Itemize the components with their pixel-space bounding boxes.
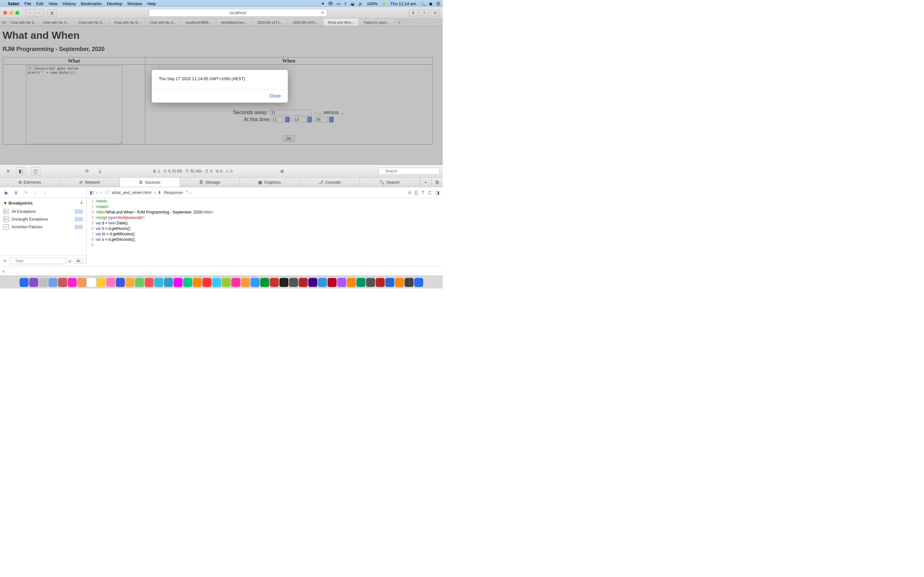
address-bar[interactable]: localhost ⟳ [149, 9, 327, 17]
toggle-breakpoints-button[interactable]: ▶ [3, 190, 10, 195]
tabs-overview-button[interactable]: ⧉ [431, 9, 439, 16]
sidebar-toggle-button[interactable]: ◧ [47, 9, 57, 16]
volume-icon[interactable]: 🔈 [358, 1, 363, 6]
reload-icon[interactable]: ⟳ [321, 11, 325, 15]
dock-app-icon[interactable] [337, 278, 346, 287]
browser-tab[interactable]: Chat with No S.. [8, 19, 39, 26]
menu-view[interactable]: View [49, 1, 58, 6]
dock-app-icon[interactable] [318, 278, 327, 287]
add-breakpoint-button[interactable]: + [80, 200, 83, 206]
bp-toggle[interactable] [75, 210, 83, 214]
dock-app-icon[interactable] [414, 278, 423, 287]
clock[interactable]: Thu 11:14 am [391, 1, 416, 6]
bp-uncaught-exceptions[interactable]: ExUncaught Exceptions [0, 215, 86, 223]
coverage-button[interactable]: C [428, 190, 431, 195]
dock-app-icon[interactable] [39, 278, 48, 287]
element-picker-button[interactable]: ⊕ [277, 167, 287, 175]
zoom-window-button[interactable] [15, 11, 19, 15]
dock-side-button[interactable]: ◧ [16, 167, 26, 175]
dock-app-icon[interactable] [87, 278, 96, 287]
add-resource-button[interactable]: + [2, 258, 8, 264]
wifi-icon[interactable]: ◒ [351, 1, 354, 6]
dock-app-icon[interactable] [260, 278, 269, 287]
browser-tab[interactable]: Ch [0, 19, 8, 26]
dock-app-icon[interactable] [202, 278, 212, 287]
browser-tab[interactable]: 2020-09-14T1... [252, 19, 288, 26]
share-button[interactable]: ⇪ [420, 9, 429, 16]
dock-app-icon[interactable] [385, 278, 394, 287]
dock-app-icon[interactable] [289, 278, 298, 287]
dock-app-icon[interactable] [174, 278, 183, 287]
dock-bottom-button[interactable]: ◫ [31, 167, 40, 175]
dock-app-icon[interactable] [405, 278, 414, 287]
inspector-tab-graphics[interactable]: ▦Graphics [240, 177, 300, 187]
browser-tab[interactable]: htmlattachmen... [216, 19, 252, 26]
dock-app-icon[interactable] [126, 278, 134, 287]
dock-app-icon[interactable] [241, 278, 250, 287]
battery-icon[interactable]: 🔋 [381, 1, 387, 6]
dock-app-icon[interactable] [145, 278, 153, 287]
dock-app-icon[interactable] [68, 278, 77, 287]
dock-app-icon[interactable] [29, 278, 38, 287]
browser-tab[interactable]: 2020-09-14T2... [288, 19, 323, 26]
nav-forward-button[interactable]: › [100, 190, 102, 195]
breadcrumb-mode[interactable]: Response [164, 190, 183, 195]
siri-icon[interactable]: ◉ [429, 1, 433, 6]
browser-tab[interactable]: Chat with No S... [145, 19, 181, 26]
close-window-button[interactable] [3, 11, 7, 15]
nav-back-button[interactable]: ‹ [96, 190, 97, 195]
dock-app-icon[interactable] [212, 278, 221, 287]
browser-tab[interactable]: Failed to open... [359, 19, 395, 26]
menu-history[interactable]: History [63, 1, 75, 6]
dock-app-icon[interactable] [183, 278, 192, 287]
menu-window[interactable]: Window [128, 1, 142, 6]
step-into-button[interactable]: ↓ [32, 190, 39, 195]
dock-app-icon[interactable] [270, 278, 279, 287]
display-icon[interactable]: ▭ [336, 1, 341, 6]
dock-app-icon[interactable] [154, 278, 163, 287]
inspector-settings-button[interactable]: ⚙ [431, 177, 443, 187]
browser-tab[interactable]: Chat with No S... [110, 19, 145, 26]
dock-app-icon[interactable] [366, 278, 375, 287]
browser-tab[interactable]: What and Whe... [323, 19, 359, 26]
step-over-button[interactable]: ↷ [23, 190, 29, 195]
inspector-add-tab-button[interactable]: ＋ [420, 177, 431, 187]
dock-app-icon[interactable] [58, 278, 67, 287]
dock-app-icon[interactable] [357, 278, 365, 287]
issues-icon[interactable]: ⊘ [68, 259, 71, 263]
toggle-details-button[interactable]: ◨ [435, 190, 439, 195]
type-info-button[interactable]: T [422, 190, 425, 195]
dock-app-icon[interactable] [299, 278, 308, 287]
copy-button[interactable]: ⎘ [409, 190, 411, 195]
forward-button[interactable]: › [34, 9, 43, 16]
dock-app-icon[interactable] [279, 278, 288, 287]
bp-all-exceptions[interactable]: ExAll Exceptions [0, 208, 86, 215]
pause-button[interactable]: ⏸ [13, 190, 19, 195]
dock-app-icon[interactable] [395, 278, 404, 287]
alert-close-button[interactable]: Close [269, 93, 281, 98]
status-icon[interactable]: ✦ [321, 1, 325, 6]
dock-app-icon[interactable] [164, 278, 173, 287]
menu-help[interactable]: Help [147, 1, 156, 6]
app-menu[interactable]: Safari [8, 1, 19, 6]
menu-extras-icon[interactable]: ☰ [436, 1, 440, 6]
dock-app-icon[interactable] [19, 278, 29, 287]
filter-input[interactable] [10, 258, 66, 264]
new-tab-button[interactable]: + [395, 19, 404, 26]
console-prompt[interactable]: › [0, 266, 443, 276]
menu-develop[interactable]: Develop [107, 1, 122, 6]
menu-edit[interactable]: Edit [36, 1, 43, 6]
dock-app-icon[interactable] [309, 278, 317, 287]
toggle-navigator-button[interactable]: ◧ [90, 190, 94, 195]
inspector-tab-network[interactable]: ⇄Network [60, 177, 120, 187]
inspector-tab-console[interactable]: ⎇Console [300, 177, 360, 187]
dock-app-icon[interactable] [78, 278, 86, 287]
browser-tab[interactable]: localhost:8888... [181, 19, 216, 26]
status-icon[interactable]: Ⓜ [328, 1, 333, 6]
breakpoints-header[interactable]: ▼ Breakpoints + [0, 198, 86, 208]
close-inspector-button[interactable]: ✕ [3, 167, 13, 175]
dock-app-icon[interactable] [135, 278, 144, 287]
breadcrumb-dropdown[interactable]: ⌃⌄ [185, 190, 192, 195]
download-archive-button[interactable]: ⤓ [95, 167, 105, 175]
menu-bookmarks[interactable]: Bookmarks [81, 1, 102, 6]
